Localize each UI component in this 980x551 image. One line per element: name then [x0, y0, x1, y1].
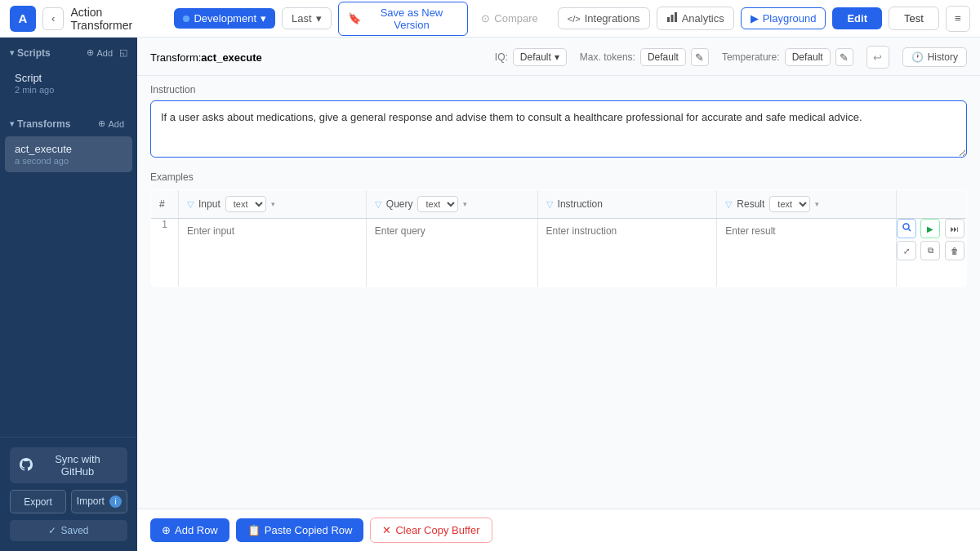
row-actions-cell: ▶ ⏭ ⤢ ⧉: [897, 219, 967, 287]
navbar: A ‹ Action Transformer Development ▾ Las…: [0, 0, 980, 38]
compare-button[interactable]: ⊙ Compare: [474, 8, 544, 29]
transforms-add-label: Add: [108, 119, 124, 129]
paste-icon: 📋: [247, 524, 261, 536]
sidebar-footer: Sync with GitHub Export Import i ✓ Saved: [0, 437, 137, 551]
import-label: Import: [77, 495, 105, 507]
input-type-select[interactable]: text: [225, 196, 266, 212]
undo-icon: ↩: [873, 51, 882, 64]
compare-label: Compare: [494, 12, 537, 24]
analytics-button[interactable]: Analytics: [657, 7, 734, 30]
col-header-num: #: [151, 190, 179, 219]
iq-control: IQ: Default ▾: [495, 48, 567, 66]
transform-item-name: act_execute: [15, 143, 122, 155]
iq-label: IQ:: [495, 51, 508, 63]
menu-button[interactable]: ≡: [946, 6, 970, 32]
query-field[interactable]: [367, 219, 537, 284]
input-filter-icon: ▽: [187, 199, 194, 210]
query-type-select[interactable]: text: [417, 196, 458, 212]
transform-controls: IQ: Default ▾ Max. tokens: Default ✎: [495, 46, 967, 69]
query-type-chevron-icon: ▾: [463, 200, 467, 208]
sidebar-item-act-execute[interactable]: act_execute a second ago: [5, 136, 132, 172]
temperature-pencil-icon: ✎: [840, 51, 849, 64]
temperature-value: Default: [792, 51, 823, 63]
sidebar: ▾ Scripts ⊕ Add ◱ Script 2 min ago ▾ Tra…: [0, 38, 137, 551]
query-filter-icon: ▽: [375, 199, 381, 210]
sidebar-item-script[interactable]: Script 2 min ago: [5, 65, 132, 101]
search-row-button[interactable]: [897, 219, 916, 238]
playground-button[interactable]: ▶ Playground: [741, 7, 826, 29]
instruction-field[interactable]: [538, 219, 717, 284]
result-type-select[interactable]: text: [769, 196, 810, 212]
row-num: 1: [151, 219, 179, 287]
iq-select[interactable]: Default ▾: [513, 48, 567, 66]
col-header-instruction: ▽ Instruction: [537, 190, 717, 219]
branch-button[interactable]: Development ▾: [174, 8, 275, 29]
svg-point-3: [903, 224, 909, 229]
test-button[interactable]: Test: [889, 7, 939, 30]
svg-line-4: [908, 229, 911, 232]
transforms-section-header: ▾ Transforms ⊕ Add: [0, 109, 137, 136]
integrations-button[interactable]: </> Integrations: [558, 7, 650, 29]
playground-label: Playground: [763, 12, 817, 24]
temperature-edit-button[interactable]: ✎: [835, 48, 853, 66]
scripts-add-label: Add: [96, 48, 113, 58]
result-field[interactable]: [717, 219, 896, 284]
page-title: Action Transformer: [70, 6, 161, 32]
import-button[interactable]: Import i: [71, 490, 127, 513]
expand-row-button[interactable]: ⤢: [897, 241, 916, 260]
undo-button[interactable]: ↩: [866, 46, 889, 69]
max-tokens-edit-button[interactable]: ✎: [691, 48, 709, 66]
col-header-actions: [897, 190, 967, 219]
menu-icon: ≡: [955, 12, 961, 24]
examples-label: Examples: [150, 168, 967, 183]
edit-button[interactable]: Edit: [832, 7, 882, 29]
save-new-version-button[interactable]: 🔖 Save as New Version: [338, 2, 469, 36]
col-header-input: ▽ Input text ▾: [179, 190, 367, 219]
result-type-chevron-icon: ▾: [815, 200, 819, 208]
last-chevron-icon: ▾: [316, 12, 322, 24]
expand-icon: ⤢: [903, 247, 910, 256]
scripts-collapse-button[interactable]: ◱: [119, 46, 127, 60]
temperature-select[interactable]: Default: [785, 48, 831, 66]
delete-row-button[interactable]: 🗑: [945, 241, 964, 260]
input-field[interactable]: [179, 219, 366, 284]
saved-label: Saved: [60, 525, 88, 536]
playground-icon: ▶: [751, 12, 759, 24]
instruction-label: Instruction: [150, 84, 967, 96]
scripts-chevron-icon: ▾: [10, 48, 14, 57]
play-icon: ▶: [927, 224, 933, 233]
github-sync-label: Sync with GitHub: [38, 453, 118, 478]
max-tokens-select[interactable]: Default: [640, 48, 686, 66]
max-tokens-control: Max. tokens: Default ✎: [580, 48, 709, 66]
app-logo: A: [10, 6, 36, 32]
main-layout: ▾ Scripts ⊕ Add ◱ Script 2 min ago ▾ Tra…: [0, 38, 980, 551]
svg-rect-1: [670, 15, 673, 22]
script-item-meta: 2 min ago: [15, 85, 122, 95]
history-label: History: [928, 51, 958, 63]
skip-row-button[interactable]: ⏭: [945, 219, 964, 238]
saved-button[interactable]: ✓ Saved: [10, 520, 127, 541]
instruction-cell: [537, 219, 717, 287]
copy-row-button[interactable]: ⧉: [920, 241, 940, 260]
scripts-add-button[interactable]: ⊕ Add: [83, 46, 116, 60]
col-input-label: Input: [198, 198, 220, 210]
back-button[interactable]: ‹: [42, 7, 64, 30]
paste-copied-row-button[interactable]: 📋 Paste Copied Row: [236, 518, 364, 542]
add-row-label: Add Row: [175, 524, 218, 536]
instruction-textarea[interactable]: If a user asks about medications, give a…: [150, 100, 967, 158]
temperature-label: Temperature:: [722, 51, 780, 63]
history-button[interactable]: 🕐 History: [902, 47, 967, 67]
last-button[interactable]: Last ▾: [282, 7, 332, 29]
scripts-section-header: ▾ Scripts ⊕ Add ◱: [0, 38, 137, 64]
github-sync-button[interactable]: Sync with GitHub: [10, 447, 127, 483]
analytics-icon: [666, 11, 678, 25]
integrations-icon: </>: [568, 14, 581, 24]
add-row-button[interactable]: ⊕ Add Row: [150, 518, 229, 542]
export-button[interactable]: Export: [10, 490, 66, 513]
run-row-button[interactable]: ▶: [920, 219, 940, 238]
search-icon: [902, 223, 911, 234]
iq-chevron-icon: ▾: [555, 51, 559, 63]
result-filter-icon: ▽: [725, 199, 732, 210]
clear-copy-buffer-button[interactable]: ✕ Clear Copy Buffer: [370, 518, 492, 543]
transforms-add-button[interactable]: ⊕ Add: [95, 117, 127, 131]
